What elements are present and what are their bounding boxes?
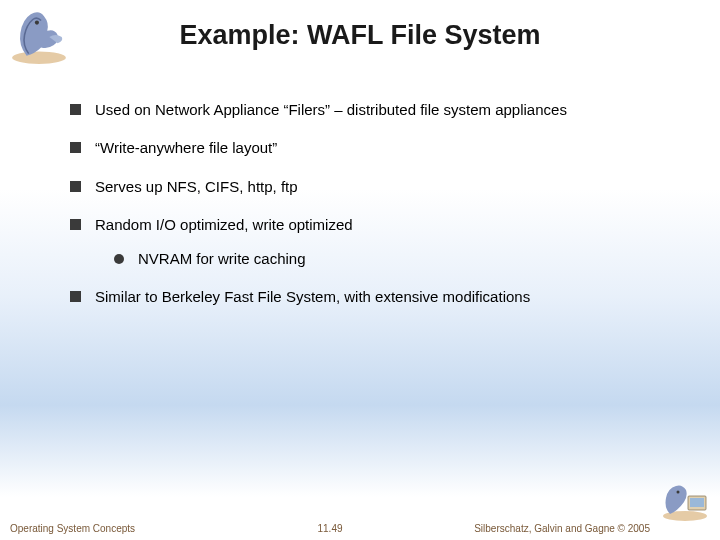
circle-bullet-icon [114, 254, 124, 264]
svg-rect-4 [690, 498, 704, 507]
square-bullet-icon [70, 104, 81, 115]
sub-bullet-item: NVRAM for write caching [114, 249, 690, 269]
mascot-bottom-icon [658, 478, 712, 522]
bullet-text: Similar to Berkeley Fast File System, wi… [95, 287, 530, 307]
slide-footer: Operating System Concepts 11.49 Silbersc… [10, 523, 650, 534]
bullet-text: Serves up NFS, CIFS, http, ftp [95, 177, 298, 197]
square-bullet-icon [70, 181, 81, 192]
slide-content: Used on Network Appliance “Filers” – dis… [70, 100, 690, 326]
bullet-text: Used on Network Appliance “Filers” – dis… [95, 100, 567, 120]
square-bullet-icon [70, 142, 81, 153]
square-bullet-icon [70, 219, 81, 230]
bullet-item: Used on Network Appliance “Filers” – dis… [70, 100, 690, 120]
bullet-text: “Write-anywhere file layout” [95, 138, 277, 158]
bullet-item: Random I/O optimized, write optimized [70, 215, 690, 235]
bullet-item: Serves up NFS, CIFS, http, ftp [70, 177, 690, 197]
bullet-text: NVRAM for write caching [138, 249, 306, 269]
footer-copyright: Silberschatz, Galvin and Gagne © 2005 [474, 523, 650, 534]
svg-point-0 [12, 52, 66, 64]
bullet-item: Similar to Berkeley Fast File System, wi… [70, 287, 690, 307]
slide-title: Example: WAFL File System [0, 20, 720, 51]
svg-point-5 [677, 491, 680, 494]
bullet-item: “Write-anywhere file layout” [70, 138, 690, 158]
footer-page-number: 11.49 [317, 523, 342, 534]
square-bullet-icon [70, 291, 81, 302]
bullet-text: Random I/O optimized, write optimized [95, 215, 353, 235]
footer-left: Operating System Concepts [10, 523, 135, 534]
